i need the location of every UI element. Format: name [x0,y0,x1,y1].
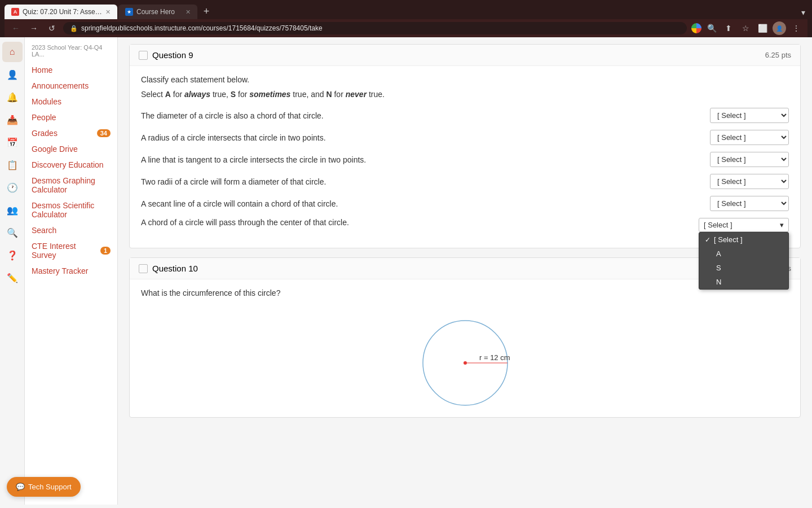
back-button[interactable]: ← [9,21,23,35]
sub-instruction-s: S [231,90,236,99]
dropdown-option-s[interactable]: S [699,261,788,275]
dropdown-option-n[interactable]: N [699,275,788,289]
home-icon-btn[interactable]: ⌂ [2,42,23,62]
sidebar-item-modules-label: Modules [32,97,111,106]
sidebar-item-people[interactable]: People [25,110,117,125]
statement-text-6: A chord of a circle will pass through th… [141,218,692,227]
sidebar-item-announcements[interactable]: Announcements [25,78,117,94]
question-9-instruction: Classify each statement below. [141,75,789,84]
tech-support-label: Tech Support [28,483,72,491]
radius-label: r = 12 cm [479,353,510,362]
profile-icon[interactable]: ⬜ [756,21,769,35]
sidebar-item-cte[interactable]: CTE Interest Survey 1 [25,238,117,263]
select-dropdown-1[interactable]: [ Select ] A S N [710,108,789,123]
help-icon-btn[interactable]: ❓ [2,245,23,265]
sidebar-icons: ⌂ 👤 🔔 📥 📅 📋 🕐 👥 🔍 ❓ ✏️ [0,37,25,505]
tab-quiz[interactable]: A Quiz: 07.20 Unit 7: Assessmen... ✕ [5,5,117,19]
tab-coursehero[interactable]: ★ Course Hero ✕ [118,5,197,19]
sidebar-item-grades-label: Grades [32,129,97,138]
statement-row-3: A line that is tangent to a circle inter… [141,152,789,167]
forward-button[interactable]: → [27,21,41,35]
statement-text-3: A line that is tangent to a circle inter… [141,155,703,164]
select-dropdown-5[interactable]: [ Select ] A S N [710,196,789,211]
tab-coursehero-close[interactable]: ✕ [186,8,191,16]
sidebar-item-desmos-scientific[interactable]: Desmos Scientific Calculator [25,198,117,222]
tech-support-button[interactable]: 💬 Tech Support [7,477,81,497]
menu-icon[interactable]: ⋮ [789,21,803,35]
address-bar[interactable]: 🔒 springfieldpublicschools.instructure.c… [63,22,687,34]
circle-diagram: r = 12 cm [141,306,789,408]
cte-badge: 1 [100,247,111,255]
bookmark-icon[interactable]: ☆ [739,21,752,35]
main-content: Question 9 6.25 pts Classify each statem… [118,37,812,505]
breadcrumb: 2023 School Year: Q4-Q4 LA... [25,42,117,62]
statement-text-4: Two radii of a circle will form a diamet… [141,177,703,186]
sidebar-item-desmos-scientific-label: Desmos Scientific Calculator [32,201,111,219]
user-avatar[interactable]: 👤 [773,21,786,35]
history-icon-btn[interactable]: 📋 [2,155,23,175]
tab-quiz-close[interactable]: ✕ [105,8,111,16]
sidebar-item-search[interactable]: Search [25,222,117,238]
reload-button[interactable]: ↺ [45,21,59,35]
avatar-icon-btn[interactable]: 👤 [2,64,23,85]
sidebar-item-desmos-graphing[interactable]: Desmos Graphing Calculator [25,173,117,198]
canvas-favicon: A [11,8,19,16]
statement-row-2: A radius of a circle intersects that cir… [141,130,789,145]
sidebar-item-people-label: People [32,113,111,122]
dropdown-6-value: [ Select ] [704,221,732,229]
people-icon-btn[interactable]: 👥 [2,200,23,220]
question-10-checkbox[interactable] [139,264,148,273]
tech-support-icon: 💬 [16,483,25,491]
sidebar-item-modules[interactable]: Modules [25,94,117,110]
dropdown-option-s-label: S [716,264,721,272]
new-tab-button[interactable]: + [198,3,214,19]
question-9-checkbox[interactable] [139,51,148,60]
address-bar-row: ← → ↺ 🔒 springfieldpublicschools.instruc… [5,19,807,37]
sidebar-item-google-drive[interactable]: Google Drive [25,141,117,157]
dropdown-option-n-label: N [716,278,721,286]
dropdown-6-menu: ✓ [ Select ] A S [699,232,789,290]
tab-coursehero-title: Course Hero [136,8,182,16]
tools-icon-btn[interactable]: ✏️ [2,268,23,288]
circle-svg: r = 12 cm [409,306,522,408]
dropdown-6-container: [ Select ] ▾ ✓ [ Select ] A [699,218,789,232]
tab-bar: A Quiz: 07.20 Unit 7: Assessmen... ✕ ★ C… [5,3,807,19]
tab-list-button[interactable]: ▾ [799,6,807,19]
statement-row-6: A chord of a circle will pass through th… [141,218,789,232]
sidebar-item-search-label: Search [32,226,111,235]
sidebar-item-grades[interactable]: Grades 34 [25,125,117,141]
dropdown-option-select[interactable]: ✓ [ Select ] [699,233,788,247]
statement-row-1: The diameter of a circle is also a chord… [141,108,789,123]
question-9-title: Question 9 [152,50,761,60]
google-icon[interactable] [691,23,701,33]
dropdown-6-trigger[interactable]: [ Select ] ▾ [699,218,789,232]
statement-text-5: A secant line of a circle will contain a… [141,199,703,208]
sidebar-item-discovery-education-label: Discovery Education [32,160,111,169]
statement-text-1: The diameter of a circle is also a chord… [141,111,703,120]
sidebar-item-mastery-tracker[interactable]: Mastery Tracker [25,263,117,279]
question-9-header: Question 9 6.25 pts [130,45,800,66]
nav-sidebar: 2023 School Year: Q4-Q4 LA... Home Annou… [25,37,118,505]
sidebar-item-discovery-education[interactable]: Discovery Education [25,157,117,173]
inbox-icon-btn[interactable]: 📥 [2,110,23,130]
search-nav-icon-btn[interactable]: 🔍 [2,222,23,243]
calendar-icon-btn[interactable]: 📅 [2,132,23,152]
sub-instruction-never: never [346,90,367,99]
sidebar-item-home-label: Home [32,65,111,75]
select-dropdown-3[interactable]: [ Select ] A S N [710,152,789,167]
dropdown-option-a[interactable]: A [699,247,788,261]
search-icon[interactable]: 🔍 [705,21,718,35]
clock-icon-btn[interactable]: 🕐 [2,177,23,198]
sidebar-item-announcements-label: Announcements [32,81,111,90]
select-dropdown-4[interactable]: [ Select ] A S N [710,174,789,189]
share-icon[interactable]: ⬆ [722,21,735,35]
sidebar-item-home[interactable]: Home [25,62,117,78]
notifications-icon-btn[interactable]: 🔔 [2,87,23,107]
sidebar-item-desmos-graphing-label: Desmos Graphing Calculator [32,176,111,194]
select-dropdown-2[interactable]: [ Select ] A S N [710,130,789,145]
toolbar-icons: 🔍 ⬆ ☆ ⬜ 👤 ⋮ [691,21,803,35]
sub-instruction-n: N [326,90,332,99]
coursehero-favicon: ★ [125,8,133,16]
question-9-card: Question 9 6.25 pts Classify each statem… [129,44,801,248]
dropdown-option-select-label: [ Select ] [714,235,743,244]
